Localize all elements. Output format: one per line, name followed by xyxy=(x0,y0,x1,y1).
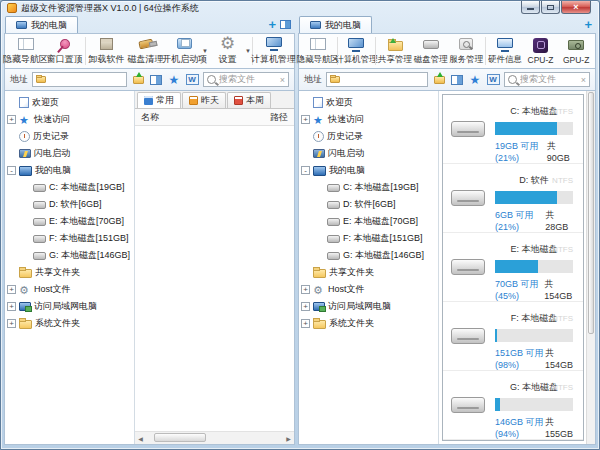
drive-usage-bar xyxy=(495,191,573,204)
hardware-info-button[interactable]: 硬件信息 xyxy=(487,34,523,68)
search-input[interactable]: 搜索文件 × xyxy=(504,72,590,87)
disk-cleanup-button[interactable]: 磁盘清理 xyxy=(126,34,165,68)
tab-common[interactable]: 常用 xyxy=(137,92,181,108)
w-tool-icon[interactable] xyxy=(185,73,199,87)
settings-button[interactable]: ⚙ 设置 xyxy=(208,34,247,68)
drive-card[interactable]: D: 软件NTFS6GB 可用(21%)共 28GB xyxy=(443,164,583,233)
tree-item-system-folder[interactable]: +系统文件夹 xyxy=(299,315,438,332)
cpu-z-button[interactable]: CPU-Z xyxy=(523,34,559,68)
collapse-icon[interactable]: - xyxy=(301,166,310,175)
computer-management-button[interactable]: 计算机管理 xyxy=(254,34,293,68)
tree-item-drive-d[interactable]: D: 软件[6GB] xyxy=(299,196,438,213)
tree-item-label: 系统文件夹 xyxy=(329,317,374,330)
tab-label: 我的电脑 xyxy=(325,19,361,32)
tree-item-flash-start[interactable]: 闪电启动 xyxy=(5,145,134,162)
tree-item-shared-folder[interactable]: 共享文件夹 xyxy=(299,264,438,281)
disk-management-button[interactable]: 磁盘管理 xyxy=(413,34,449,68)
expand-icon[interactable]: + xyxy=(7,319,16,328)
startup-folder-icon xyxy=(177,38,192,49)
tree-item-lan-computers[interactable]: +访问局域网电脑 xyxy=(5,298,134,315)
tree-item-drive-e[interactable]: E: 本地磁盘[70GB] xyxy=(299,213,438,230)
tree-item-welcome[interactable]: 欢迎页 xyxy=(5,94,134,111)
drive-card[interactable]: F: 本地磁盘NTFS151GB 可用(98%)共 154GB xyxy=(443,302,583,371)
expand-icon[interactable]: + xyxy=(301,285,310,294)
drive-usage-fill xyxy=(495,398,500,411)
tree-item-system-folder[interactable]: +系统文件夹 xyxy=(5,315,134,332)
tree-item-history[interactable]: 历史记录 xyxy=(5,128,134,145)
close-button[interactable]: × xyxy=(561,1,591,14)
tab-my-computer-right[interactable]: 我的电脑 xyxy=(299,16,372,33)
drive-card[interactable]: E: 本地磁盘NTFS70GB 可用(45%)共 154GB xyxy=(443,233,583,302)
up-level-button[interactable] xyxy=(432,73,446,87)
gpu-z-button[interactable]: GPU-Z xyxy=(558,34,594,68)
split-view-button[interactable] xyxy=(149,73,163,87)
tree-item-host-file[interactable]: +Host文件 xyxy=(5,281,134,298)
expand-icon[interactable]: + xyxy=(301,302,310,311)
tree-item-welcome[interactable]: 欢迎页 xyxy=(299,94,438,111)
tab-this-week[interactable]: 本周 xyxy=(227,92,271,108)
tree-item-drive-c[interactable]: C: 本地磁盘[19GB] xyxy=(299,179,438,196)
tree-item-host-file[interactable]: +Host文件 xyxy=(299,281,438,298)
tree-item-drive-g[interactable]: G: 本地磁盘[146GB] xyxy=(299,247,438,264)
collapse-icon[interactable]: - xyxy=(7,166,16,175)
tree-item-lan-computers[interactable]: +访问局域网电脑 xyxy=(299,298,438,315)
tree-item-flash-start[interactable]: 闪电启动 xyxy=(299,145,438,162)
uninstall-software-button[interactable]: 卸载软件 xyxy=(87,34,126,68)
maximize-button[interactable] xyxy=(541,1,560,14)
w-tool-icon[interactable] xyxy=(486,73,500,87)
clear-search-icon[interactable]: × xyxy=(280,75,285,85)
up-level-button[interactable] xyxy=(131,73,145,87)
tree-item-my-computer[interactable]: -我的电脑 xyxy=(299,162,438,179)
drive-usage-bar xyxy=(495,398,573,411)
clear-search-icon[interactable]: × xyxy=(581,75,586,85)
drive-card[interactable]: G: 本地磁盘NTFS146GB 可用(94%)共 155GB xyxy=(443,371,583,440)
tree-item-quick-access[interactable]: +快速访问 xyxy=(5,111,134,128)
tab-my-computer-left[interactable]: 我的电脑 xyxy=(5,16,78,33)
hide-nav-button[interactable]: 隐藏导航区 xyxy=(6,34,45,68)
tree-item-shared-folder[interactable]: 共享文件夹 xyxy=(5,264,134,281)
tree-item-my-computer[interactable]: -我的电脑 xyxy=(5,162,134,179)
tree-item-drive-e[interactable]: E: 本地磁盘[70GB] xyxy=(5,213,134,230)
scroll-right-arrow[interactable]: ▶ xyxy=(283,435,294,442)
computer-management-button[interactable]: 计算机管理 xyxy=(339,34,375,68)
tree-item-drive-g[interactable]: G: 本地磁盘[146GB] xyxy=(5,247,134,264)
package-icon xyxy=(100,38,113,50)
add-tab-button[interactable]: + xyxy=(268,19,276,30)
expand-icon[interactable]: + xyxy=(301,115,310,124)
expand-icon[interactable]: + xyxy=(7,302,16,311)
flash-icon xyxy=(313,149,325,158)
tree-item-drive-f[interactable]: F: 本地磁盘[151GB] xyxy=(299,230,438,247)
minimize-button[interactable] xyxy=(521,1,540,14)
startup-items-button[interactable]: 开机启动项 xyxy=(165,34,204,68)
column-name[interactable]: 名称 xyxy=(141,111,159,124)
hide-nav-button[interactable]: 隐藏导航区 xyxy=(300,34,336,68)
drive-card[interactable]: C: 本地磁盘NTFS19GB 可用(21%)共 90GB xyxy=(443,95,583,164)
favorites-icon[interactable]: ★ xyxy=(468,73,482,87)
split-view-button[interactable] xyxy=(450,73,464,87)
favorites-icon[interactable]: ★ xyxy=(167,73,181,87)
search-input[interactable]: 搜索文件 × xyxy=(203,72,289,87)
add-tab-button[interactable]: + xyxy=(584,19,592,30)
share-management-button[interactable]: 共享管理 xyxy=(377,34,413,68)
tree-item-drive-c[interactable]: C: 本地磁盘[19GB] xyxy=(5,179,134,196)
toggle-pane-icon[interactable] xyxy=(280,20,291,29)
scroll-left-arrow[interactable]: ◀ xyxy=(135,435,146,442)
address-input[interactable] xyxy=(32,72,127,87)
column-path[interactable]: 路径 xyxy=(270,111,288,124)
tab-yesterday[interactable]: 昨天 xyxy=(182,92,226,108)
window-on-top-button[interactable]: 窗口置顶 xyxy=(45,34,84,68)
scrollbar-thumb[interactable] xyxy=(588,92,594,334)
tree-item-label: 快速访问 xyxy=(34,113,70,126)
expand-icon[interactable]: + xyxy=(7,285,16,294)
tree-item-quick-access[interactable]: +快速访问 xyxy=(299,111,438,128)
address-input[interactable] xyxy=(326,72,428,87)
scrollbar-thumb[interactable] xyxy=(154,433,206,442)
tree-item-drive-d[interactable]: D: 软件[6GB] xyxy=(5,196,134,213)
tree-item-label: C: 本地磁盘[19GB] xyxy=(343,181,419,194)
tree-item-drive-f[interactable]: F: 本地磁盘[151GB] xyxy=(5,230,134,247)
expand-icon[interactable]: + xyxy=(301,319,310,328)
service-management-button[interactable]: 服务管理 xyxy=(449,34,485,68)
lan-icon xyxy=(19,302,31,311)
tree-item-history[interactable]: 历史记录 xyxy=(299,128,438,145)
expand-icon[interactable]: + xyxy=(7,115,16,124)
